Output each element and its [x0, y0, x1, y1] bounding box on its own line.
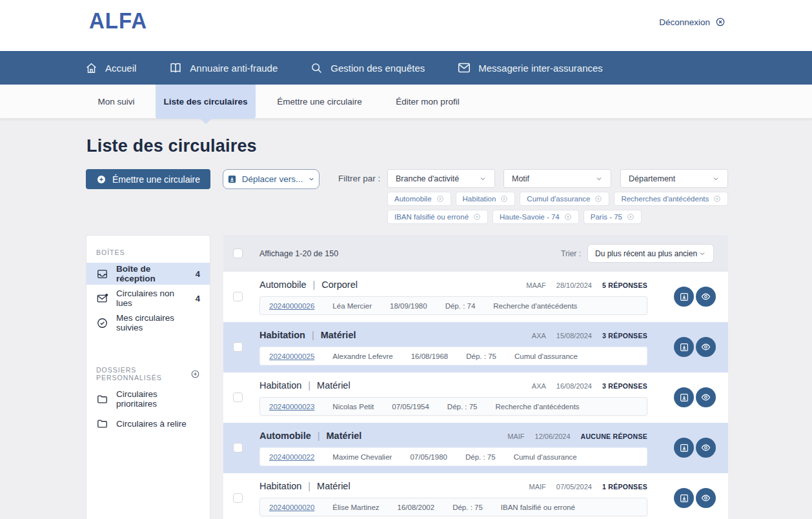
person-name: Élise Martinez: [332, 504, 379, 511]
chip-cumul-assurance[interactable]: Cumul d'assurance: [520, 192, 609, 206]
branch-label: Automobile: [259, 280, 307, 290]
row-checkbox[interactable]: [233, 493, 243, 503]
motif: IBAN falsifié ou erroné: [501, 504, 575, 511]
row-checkbox[interactable]: [233, 443, 243, 453]
move-circular-button[interactable]: [674, 488, 694, 508]
chip-label: Habitation: [463, 195, 496, 203]
row-checkbox[interactable]: [233, 342, 243, 352]
tab-liste-des-circulaires[interactable]: Liste des circulaires: [156, 85, 256, 119]
circular-number-link[interactable]: 20240000020: [269, 504, 314, 511]
sidebar-folder-circulaires-prioritaires[interactable]: Circulaires prioritaires: [86, 388, 210, 410]
category-separator: |: [308, 380, 310, 391]
damage-type-label: Corporel: [321, 280, 358, 290]
branch-label: Habitation: [259, 380, 301, 391]
chip-paris[interactable]: Paris - 75: [584, 210, 642, 224]
tab-mon-suivi[interactable]: Mon suivi: [90, 85, 142, 119]
nav-label: Accueil: [105, 63, 136, 74]
chip-iban-falsifie[interactable]: IBAN falsifié ou erroné: [387, 210, 488, 224]
sort-label: Trier :: [561, 249, 581, 258]
circular-number-link[interactable]: 20240000023: [269, 403, 314, 411]
sidebar-folder-circulaires-a-relire[interactable]: Circulaires à relire: [86, 412, 210, 434]
row-category: Automobile | Matériel: [259, 431, 361, 441]
filter-select-departement[interactable]: Département: [620, 169, 728, 188]
nav-item-accueil[interactable]: Accueil: [85, 61, 136, 75]
nav-label: Messagerie inter-assurances: [478, 63, 603, 74]
person-name: Alexandre Lefevre: [332, 352, 392, 360]
nav-item-enquetes[interactable]: Gestion des enquêtes: [310, 61, 425, 75]
filter-select-label: Département: [629, 174, 675, 183]
tab-editer-mon-profil[interactable]: Éditer mon profil: [387, 85, 468, 119]
view-circular-button[interactable]: [696, 488, 716, 508]
nav-item-annuaire[interactable]: Annuaire anti-fraude: [168, 61, 278, 75]
remove-chip-icon[interactable]: [594, 195, 602, 203]
filter-select-motif[interactable]: Motif: [503, 169, 611, 188]
chevron-down-icon: [479, 175, 487, 183]
remove-chip-icon[interactable]: [473, 213, 481, 221]
remove-chip-icon[interactable]: [564, 213, 572, 221]
insurer-label: MAIF: [507, 432, 524, 440]
birthdate: 07/05/1954: [392, 403, 429, 411]
chip-recherches-antecedents[interactable]: Recherches d'antécédents: [614, 192, 728, 206]
sidebar-item-circulaires-non-lues[interactable]: Circulaires non lues 4: [86, 287, 210, 309]
department: Dép. : 75: [466, 352, 496, 360]
emit-circular-button[interactable]: Émettre une circulaire: [86, 169, 210, 189]
category-separator: |: [318, 431, 320, 441]
filter-chips-row-2: IBAN falsifié ou erroné Haute-Savoie - 7…: [387, 210, 642, 224]
row-checkbox[interactable]: [233, 392, 243, 402]
person-name: Léa Mercier: [332, 302, 372, 310]
chip-haute-savoie[interactable]: Haute-Savoie - 74: [492, 210, 579, 224]
filter-select-label: Motif: [512, 174, 529, 183]
nav-item-messagerie[interactable]: Messagerie inter-assurances: [457, 61, 603, 75]
sort-controls: Trier : Du plus récent au plus ancien: [561, 244, 714, 263]
chevron-down-icon: [595, 175, 603, 183]
responses-badge: 3 RÉPONSES: [602, 332, 647, 340]
motif: Recherche d'antécédents: [496, 403, 580, 411]
move-circular-button[interactable]: [674, 387, 694, 407]
list-header: Affichage 1-20 de 150 Trier : Du plus ré…: [223, 235, 728, 272]
date-label: 16/08/2024: [556, 382, 592, 390]
sidebar-item-mes-circulaires-suivies[interactable]: Mes circulaires suivies: [86, 312, 210, 334]
tab-emettre-une-circulaire[interactable]: Émettre une circulaire: [271, 85, 368, 119]
sidebar-item-label: Boîte de réception: [116, 264, 188, 283]
inbox-icon: [96, 268, 108, 280]
circular-number-link[interactable]: 20240000026: [269, 302, 314, 310]
unread-count-badge: 4: [196, 269, 200, 279]
remove-chip-icon[interactable]: [627, 213, 634, 221]
row-detail-bar: 20240000023 Nicolas Petit 07/05/1954 Dép…: [259, 397, 647, 416]
move-circular-button[interactable]: [674, 287, 694, 307]
department: Dép. : 75: [465, 453, 496, 461]
logout-icon: [715, 17, 726, 27]
move-circular-button[interactable]: [674, 337, 694, 357]
sidebar-item-label: Circulaires non lues: [116, 289, 188, 308]
row-meta: AXA 15/08/2024 3 RÉPONSES: [532, 332, 647, 340]
chip-habitation[interactable]: Habitation: [456, 192, 516, 206]
view-circular-button[interactable]: [696, 438, 716, 458]
chevron-down-icon: [698, 250, 706, 258]
remove-chip-icon[interactable]: [436, 195, 444, 203]
remove-chip-icon[interactable]: [713, 195, 721, 203]
boxes-header-label: BOÎTES: [96, 249, 125, 256]
view-circular-button[interactable]: [696, 337, 716, 357]
logout-label: Déconnexion: [659, 17, 710, 27]
date-label: 15/08/2024: [556, 332, 592, 340]
logout-link[interactable]: Déconnexion: [659, 17, 726, 27]
move-to-button[interactable]: Déplacer vers...: [223, 169, 320, 189]
add-folder-icon[interactable]: [190, 369, 200, 379]
department: Dép. : 75: [452, 504, 483, 511]
emit-circular-label: Émettre une circulaire: [112, 174, 200, 185]
select-all-checkbox[interactable]: [233, 249, 243, 258]
chip-automobile[interactable]: Automobile: [387, 192, 451, 206]
row-category: Habitation | Matériel: [259, 330, 356, 340]
row-checkbox[interactable]: [233, 292, 243, 301]
view-circular-button[interactable]: [696, 387, 716, 407]
sort-select[interactable]: Du plus récent au plus ancien: [587, 244, 714, 263]
remove-chip-icon[interactable]: [500, 195, 508, 203]
move-circular-button[interactable]: [674, 438, 694, 458]
circular-number-link[interactable]: 20240000025: [269, 352, 314, 360]
person-name: Maxime Chevalier: [332, 453, 392, 461]
sort-select-value: Du plus récent au plus ancien: [595, 249, 697, 258]
circular-number-link[interactable]: 20240000022: [269, 453, 314, 461]
sidebar-item-boite-de-reception[interactable]: Boîte de réception 4: [86, 263, 210, 285]
filter-select-branche[interactable]: Branche d'activité: [387, 169, 495, 188]
view-circular-button[interactable]: [696, 287, 716, 307]
